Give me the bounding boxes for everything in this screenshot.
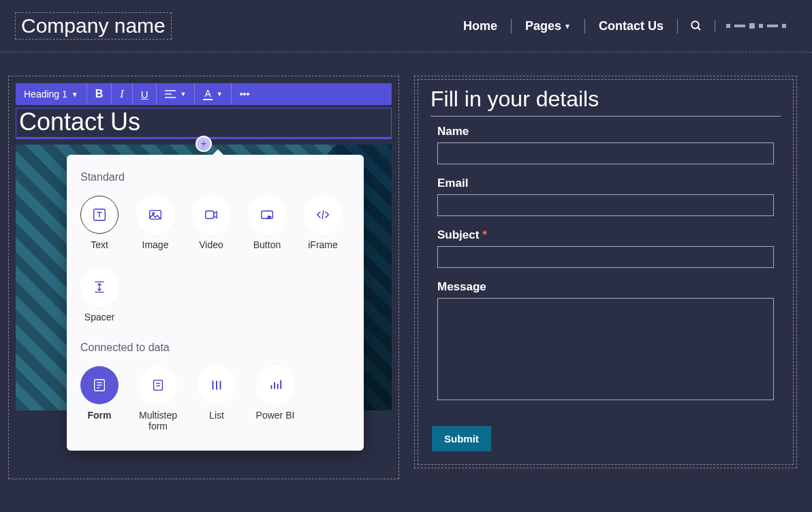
- nav-pages-label: Pages: [525, 19, 561, 33]
- search-icon[interactable]: [678, 20, 715, 32]
- image-icon: [136, 196, 174, 234]
- editor-toolbar: Heading 1 ▼ B I U ▼ A ▼ •••: [16, 83, 392, 105]
- component-image[interactable]: Image: [136, 196, 174, 250]
- company-logo[interactable]: Company name: [15, 12, 172, 40]
- standard-section-title: Standard: [80, 171, 350, 183]
- nav-contact-us[interactable]: Contact Us: [585, 19, 678, 33]
- svg-point-0: [691, 21, 699, 29]
- app-launcher[interactable]: [715, 23, 797, 29]
- page-title[interactable]: Contact Us: [16, 108, 392, 139]
- editor-column-right: Fill in your details Name Email Subject …: [414, 76, 797, 468]
- component-button[interactable]: Button: [248, 196, 286, 250]
- chevron-down-icon: ▼: [217, 91, 223, 97]
- text-icon: [80, 196, 119, 234]
- component-iframe[interactable]: iFrame: [304, 196, 342, 250]
- svg-line-1: [698, 27, 700, 30]
- bold-button[interactable]: B: [87, 83, 112, 105]
- component-power-bi[interactable]: Power BI: [253, 366, 297, 432]
- form-icon: [80, 366, 119, 404]
- connected-section-title: Connected to data: [80, 342, 350, 354]
- component-form[interactable]: Form: [80, 366, 119, 432]
- message-label: Message: [437, 280, 774, 294]
- component-picker-popup: Standard Text Image: [67, 155, 364, 451]
- component-spacer[interactable]: Spacer: [80, 268, 119, 322]
- component-list[interactable]: List: [198, 366, 236, 432]
- nav-pages[interactable]: Pages ▼: [512, 19, 585, 33]
- message-field[interactable]: [437, 298, 774, 400]
- chevron-down-icon: ▼: [180, 91, 186, 97]
- video-icon: [192, 196, 230, 234]
- align-button[interactable]: ▼: [157, 83, 195, 105]
- power-bi-icon: [256, 366, 294, 404]
- svg-rect-16: [154, 380, 163, 391]
- svg-rect-9: [262, 211, 273, 219]
- name-field[interactable]: [437, 142, 774, 164]
- subject-label: Subject *: [437, 228, 774, 242]
- add-component-button[interactable]: +: [196, 136, 212, 152]
- subject-field[interactable]: [437, 246, 774, 268]
- nav-home[interactable]: Home: [450, 19, 512, 33]
- list-icon: [198, 366, 236, 404]
- heading-style-select[interactable]: Heading 1 ▼: [16, 83, 87, 105]
- submit-button[interactable]: Submit: [432, 426, 491, 451]
- iframe-icon: [304, 196, 342, 234]
- editor-column-left: Heading 1 ▼ B I U ▼ A ▼ ••• Contact Us +…: [8, 76, 399, 479]
- italic-button[interactable]: I: [112, 83, 132, 105]
- chevron-down-icon: ▼: [72, 91, 78, 98]
- button-icon: [248, 196, 286, 234]
- svg-rect-8: [206, 211, 214, 219]
- multistep-form-icon: [139, 366, 177, 404]
- form-title: Fill in your details: [431, 87, 781, 117]
- name-label: Name: [437, 125, 774, 138]
- email-label: Email: [437, 177, 774, 190]
- underline-button[interactable]: U: [133, 83, 157, 105]
- component-multistep-form[interactable]: Multistep form: [136, 366, 180, 432]
- more-options-button[interactable]: •••: [232, 83, 258, 105]
- component-video[interactable]: Video: [192, 196, 230, 250]
- contact-form-widget: Fill in your details Name Email Subject …: [418, 79, 794, 465]
- text-color-button[interactable]: A ▼: [195, 83, 231, 105]
- caret-down-icon: ▼: [564, 22, 571, 30]
- component-text[interactable]: Text: [80, 196, 119, 250]
- spacer-icon: [80, 268, 119, 306]
- email-field[interactable]: [437, 194, 774, 216]
